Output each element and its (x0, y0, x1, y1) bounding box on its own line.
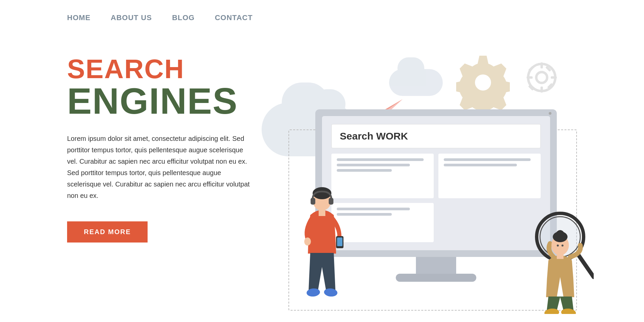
man-figure (292, 186, 352, 314)
svg-rect-16 (329, 198, 333, 205)
gear-large-icon (456, 56, 510, 109)
result-line (337, 158, 424, 161)
nav-home[interactable]: HOME (67, 13, 91, 22)
right-panel: Search WORK (282, 42, 577, 317)
svg-point-30 (557, 245, 559, 247)
svg-rect-19 (337, 237, 342, 246)
svg-point-22 (324, 288, 338, 297)
svg-rect-15 (311, 198, 315, 205)
result-line (444, 158, 531, 161)
gear-small-icon (527, 62, 557, 93)
search-text: Search WORK (340, 130, 532, 142)
main-content: SEARCH ENGINES Lorem ipsum dolor sit ame… (0, 36, 644, 317)
nav-blog[interactable]: BLOG (172, 13, 195, 22)
svg-rect-4 (527, 76, 533, 78)
hero-description: Lorem ipsum dolor sit amet, consectetur … (67, 133, 255, 201)
svg-point-31 (561, 245, 564, 247)
svg-rect-2 (540, 62, 543, 68)
man-svg (292, 186, 352, 314)
result-line (444, 164, 517, 166)
left-panel: SEARCH ENGINES Lorem ipsum dolor sit ame… (67, 42, 262, 243)
svg-rect-3 (540, 87, 543, 93)
woman-svg (527, 180, 594, 314)
cloud-small-icon (389, 69, 443, 96)
nav-about[interactable]: ABOUT US (111, 13, 152, 22)
monitor-screen-inner: Search WORK (322, 116, 550, 250)
nav-contact[interactable]: CONTACT (215, 13, 253, 22)
svg-rect-5 (551, 76, 557, 78)
result-card-2 (438, 154, 541, 198)
hero-title-engines: ENGINES (67, 83, 262, 119)
navigation: HOME ABOUT US BLOG CONTACT (0, 0, 644, 36)
woman-figure (527, 180, 594, 314)
svg-point-20 (304, 237, 311, 246)
svg-point-21 (306, 288, 320, 297)
result-line (337, 169, 392, 172)
svg-line-25 (579, 255, 594, 277)
svg-point-1 (536, 72, 547, 83)
svg-rect-17 (319, 209, 325, 216)
monitor-neck (416, 257, 456, 274)
monitor-base (396, 274, 476, 282)
hero-title-search: SEARCH (67, 56, 262, 83)
result-line (337, 164, 410, 166)
monitor-bezel (549, 112, 551, 115)
read-more-button[interactable]: READ MORE (67, 221, 148, 243)
results-grid (331, 154, 541, 242)
svg-point-29 (556, 230, 564, 238)
search-bar: Search WORK (331, 124, 541, 148)
